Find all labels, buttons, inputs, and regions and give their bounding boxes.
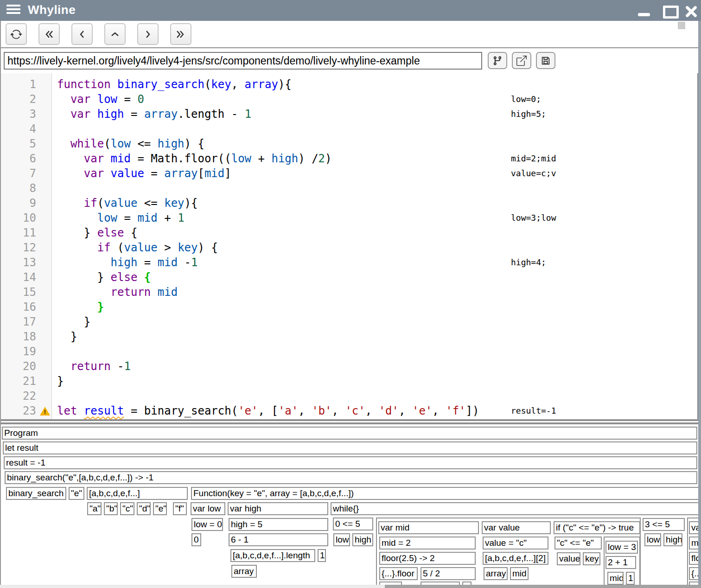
code-line-22[interactable] <box>57 389 479 403</box>
code-editor[interactable]: 1234567891011121314151617181920212223! f… <box>1 73 697 419</box>
code-line-16[interactable]: } <box>57 300 479 314</box>
code-line-6[interactable]: var mid = Math.floor((low + high) /2) <box>57 151 479 166</box>
trace-node-elem[interactable]: "c" <box>120 502 134 515</box>
trace-node-elem[interactable]: "e" <box>153 502 167 515</box>
trace-node-floor-call[interactable]: floor(2.5) -> 2 <box>379 552 476 565</box>
code-area[interactable]: function binary_search(key, array){ var … <box>57 77 479 418</box>
code-line-9[interactable]: if(value <= key){ <box>57 196 479 211</box>
code-line-18[interactable]: } <box>57 329 479 344</box>
trace-node-key-ref[interactable]: key <box>583 552 600 565</box>
code-line-14[interactable]: } else { <box>57 270 479 285</box>
git-branch-button[interactable] <box>488 52 507 69</box>
trace-node-var-mid[interactable]: var mid <box>378 521 479 534</box>
code-line-3[interactable]: var high = array.length - 1 <box>57 107 479 121</box>
trace-node-it2-mid-init[interactable]: mid <box>689 537 698 550</box>
minimize-button[interactable] <box>637 4 651 18</box>
horizontal-scrollbar-thumb[interactable] <box>385 585 701 588</box>
trace-node-call[interactable]: binary_search("e",[a,b,c,d,e,f...]) -> -… <box>5 471 697 484</box>
trace-node-length-call[interactable]: [a,b,c,d,e,f...].length <box>230 549 315 562</box>
trace-node-floor-fn[interactable]: {...}.floor <box>379 567 418 580</box>
go-next-button[interactable] <box>137 23 159 45</box>
trace-node-result-assignment[interactable]: result = -1 <box>4 456 697 469</box>
trace-node-it2-floor-fn[interactable]: {... <box>689 567 698 580</box>
code-line-7[interactable]: var value = array[mid] <box>57 166 479 181</box>
close-button[interactable] <box>684 4 698 18</box>
trace-node-cond1-high[interactable]: high <box>352 533 373 546</box>
trace-node-array-ref[interactable]: array <box>231 565 257 578</box>
menu-icon[interactable] <box>6 5 21 16</box>
refresh-button[interactable] <box>6 23 27 45</box>
trace-node-while-cond-2[interactable]: 3 <= 5 <box>643 518 685 531</box>
trace-node-var-high[interactable]: var high <box>228 502 328 515</box>
trace-node-elem[interactable]: "a" <box>87 502 102 515</box>
go-previous-button[interactable] <box>71 23 93 45</box>
code-line-23[interactable]: let result = binary_search('e', ['a', 'b… <box>57 403 479 418</box>
trace-node-var-value[interactable]: var value <box>482 521 551 534</box>
trace-node-array-ref2[interactable]: array <box>484 567 508 580</box>
lint-warning-icon[interactable]: ! <box>40 407 50 415</box>
trace-node-math-obj[interactable]: Math <box>379 582 402 585</box>
trace-node-one[interactable]: 1 <box>318 549 326 562</box>
code-line-19[interactable] <box>57 344 479 359</box>
trace-node-zero-plus-five[interactable]: 0 + 5 <box>421 582 460 585</box>
trace-node-value-init[interactable]: value = "c" <box>483 537 548 550</box>
trace-node-six-minus-one[interactable]: 6 - 1 <box>229 533 328 546</box>
code-line-4[interactable] <box>57 121 479 136</box>
trace-node-five-div-two[interactable]: 5 / 2 <box>421 567 476 580</box>
trace-node-program[interactable]: Program <box>2 427 697 440</box>
trace-node-cond2-high[interactable]: high <box>663 533 682 546</box>
trace-node-cond1-low[interactable]: low <box>333 533 350 546</box>
trace-node-it2-floor[interactable]: flo <box>689 552 698 565</box>
trace-node-one2[interactable]: 1 <box>626 572 635 585</box>
trace-node-var-low[interactable]: var low <box>191 502 225 515</box>
code-line-15[interactable]: return mid <box>57 285 479 300</box>
horizontal-scrollbar[interactable] <box>0 585 701 588</box>
code-line-20[interactable]: return -1 <box>57 359 479 374</box>
trace-node-elem[interactable]: "b" <box>104 502 118 515</box>
code-line-13[interactable]: high = mid -1 <box>57 255 479 270</box>
trace-node-mid-init[interactable]: mid = 2 <box>379 537 476 550</box>
save-button[interactable] <box>536 52 555 69</box>
code-line-5[interactable]: while(low <= high) { <box>57 136 479 151</box>
code-line-8[interactable] <box>57 181 479 196</box>
maximize-button[interactable] <box>662 4 676 18</box>
trace-node-if-statement[interactable]: if ("c" <= "e") -> true <box>554 521 640 534</box>
trace-node-it2-more[interactable]: ... <box>689 582 698 585</box>
trace-node-while-loop[interactable]: while{} <box>331 502 698 515</box>
go-first-button[interactable] <box>38 23 60 45</box>
trace-node-low-update[interactable]: low = 3 <box>605 541 638 554</box>
trace-node-value-ref[interactable]: value <box>557 552 580 565</box>
code-line-12[interactable]: if (value > key) { <box>57 240 479 255</box>
code-line-2[interactable]: var low = 0 <box>57 92 479 107</box>
trace-node-mid-ref2[interactable]: mid <box>607 572 624 585</box>
trace-node-while-cond-1[interactable]: 0 <= 5 <box>333 518 373 530</box>
trace-node-let-result[interactable]: let result <box>3 441 697 454</box>
code-line-11[interactable]: } else { <box>57 225 479 240</box>
trace-node-high-init[interactable]: high = 5 <box>229 518 328 531</box>
code-line-21[interactable]: } <box>57 374 479 389</box>
code-line-17[interactable]: } <box>57 314 479 329</box>
trace-node-mid-ref[interactable]: mid <box>510 567 529 580</box>
code-line-10[interactable]: low = mid + 1 <box>57 211 479 225</box>
url-input[interactable] <box>4 52 482 70</box>
gutter-line-10: 10 <box>1 211 52 225</box>
go-last-button[interactable] <box>170 23 191 45</box>
trace-node-callee[interactable]: binary_search <box>6 487 66 500</box>
trace-node-cond2-low[interactable]: low <box>644 533 661 546</box>
trace-node-elem[interactable]: "d" <box>137 502 151 515</box>
trace-node-low-init[interactable]: low = 0 <box>191 518 223 531</box>
trace-node-function-frame[interactable]: Function(key = "e", array = [a,b,c,d,e,f… <box>191 487 698 500</box>
trace-node-elem[interactable]: "f" <box>173 502 187 515</box>
external-link-icon <box>516 56 527 66</box>
trace-node-two-plus-one[interactable]: 2 + 1 <box>605 556 636 569</box>
trace-node-if-condition[interactable]: "c" <= "e" <box>554 537 602 550</box>
go-up-button[interactable] <box>104 23 126 45</box>
trace-node-array-index[interactable]: [a,b,c,d,e,f...][2] <box>483 552 548 565</box>
trace-node-arg-array[interactable]: [a,b,c,d,e,f...] <box>87 487 188 500</box>
open-external-button[interactable] <box>512 52 531 69</box>
trace-node-it2-var-mid[interactable]: var <box>689 521 698 534</box>
trace-node-arg-key[interactable]: "e" <box>69 487 84 500</box>
code-line-1[interactable]: function binary_search(key, array){ <box>57 77 479 92</box>
trace-node-two[interactable]: 2 <box>462 582 472 585</box>
trace-node-zero[interactable]: 0 <box>191 533 201 546</box>
